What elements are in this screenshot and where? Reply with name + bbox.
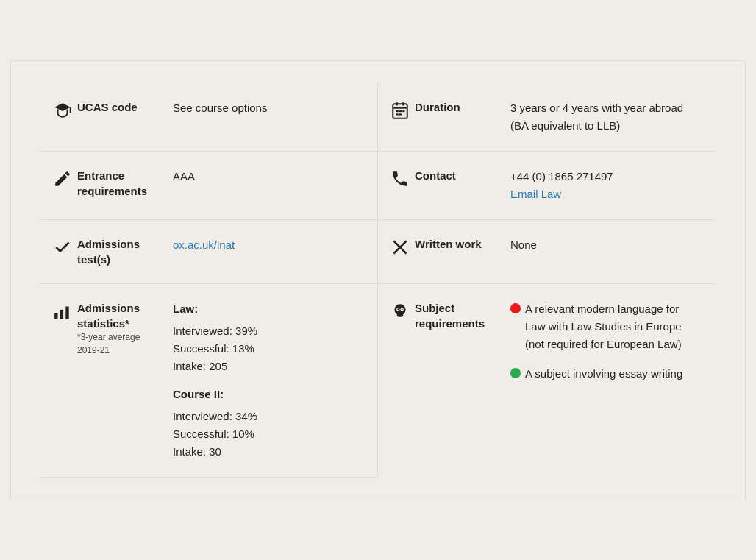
ucas-value: See course options xyxy=(173,99,363,117)
subject-item-2: A subject involving essay writing xyxy=(510,365,701,383)
written-work-value: None xyxy=(510,236,701,254)
admissions-test-value: ox.ac.uk/lnat xyxy=(173,236,363,254)
pencil-icon xyxy=(48,168,77,188)
svg-rect-14 xyxy=(60,309,63,319)
duration-value: 3 years or 4 years with year abroad (BA … xyxy=(510,99,701,135)
contact-row: Contact +44 (0) 1865 271497 Email Law xyxy=(378,152,716,220)
svg-point-16 xyxy=(394,304,405,315)
svg-rect-13 xyxy=(54,313,57,319)
ucas-row: UCAS code See course options xyxy=(40,83,378,152)
info-grid: UCAS code See course options xyxy=(40,83,716,478)
written-work-row: Written work None xyxy=(378,220,716,284)
admissions-test-link[interactable]: ox.ac.uk/lnat xyxy=(173,238,235,251)
subject-requirements-row: Subject requirements A relevant modern l… xyxy=(378,284,716,478)
entrance-row: Entrance requirements AAA xyxy=(40,152,378,220)
check-icon xyxy=(48,236,77,257)
admissions-test-label: Admissions test(s) xyxy=(77,236,173,267)
svg-point-19 xyxy=(397,308,399,310)
subject-requirements-label: Subject requirements xyxy=(415,300,510,331)
contact-value: +44 (0) 1865 271497 Email Law xyxy=(510,168,701,203)
subject-requirements-value: A relevant modern language for Law with … xyxy=(510,300,701,394)
svg-rect-15 xyxy=(65,306,68,319)
contact-label: Contact xyxy=(415,168,510,183)
entrance-value: AAA xyxy=(173,168,363,185)
admissions-stats-row: Admissions statistics* *3-year average 2… xyxy=(40,284,378,478)
email-law-link[interactable]: Email Law xyxy=(510,188,561,200)
duration-row: Duration 3 years or 4 years with year ab… xyxy=(378,83,716,152)
cross-icon xyxy=(385,236,415,257)
admissions-stats-label: Admissions statistics* *3-year average 2… xyxy=(77,300,173,358)
subject-item-1: A relevant modern language for Law with … xyxy=(510,300,701,353)
svg-rect-7 xyxy=(399,110,402,112)
ucas-label: UCAS code xyxy=(77,99,173,115)
calendar-icon xyxy=(385,99,415,120)
red-dot-icon xyxy=(510,303,521,313)
subject-icon xyxy=(385,300,415,321)
duration-label: Duration xyxy=(415,99,510,115)
svg-rect-8 xyxy=(402,110,404,112)
phone-icon xyxy=(385,168,415,188)
svg-rect-10 xyxy=(399,113,402,115)
admissions-stats-value: Law: Interviewed: 39% Successful: 13% In… xyxy=(173,300,363,461)
svg-rect-6 xyxy=(396,110,399,112)
graduation-icon xyxy=(48,99,77,120)
svg-point-20 xyxy=(402,308,403,310)
chart-icon xyxy=(48,300,77,321)
svg-marker-0 xyxy=(54,103,71,111)
svg-rect-9 xyxy=(396,113,399,115)
green-dot-icon xyxy=(510,368,521,378)
info-card: UCAS code See course options xyxy=(10,60,746,500)
written-work-label: Written work xyxy=(415,236,510,252)
contact-phone: +44 (0) 1865 271497 xyxy=(510,168,701,185)
entrance-label: Entrance requirements xyxy=(77,168,173,199)
admissions-test-row: Admissions test(s) ox.ac.uk/lnat xyxy=(40,220,378,284)
